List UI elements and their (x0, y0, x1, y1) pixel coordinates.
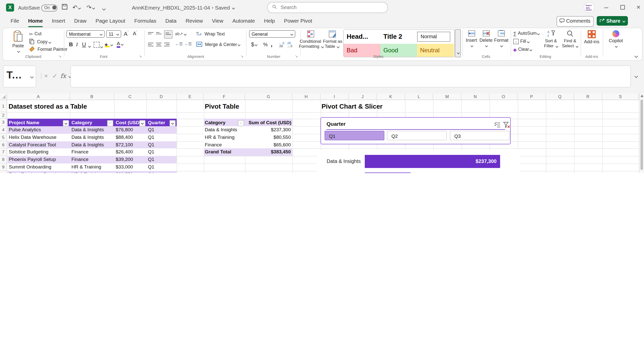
cell[interactable]: Q1 (146, 163, 177, 171)
format-cells-button[interactable]: Format (494, 30, 508, 48)
add-ins-button[interactable]: Add-ins (583, 30, 601, 44)
pivot-row[interactable]: Data & Insights$237,300 (204, 126, 292, 134)
column-header-H[interactable]: H (292, 94, 320, 100)
cell[interactable]: $39,200 (114, 156, 146, 163)
cell[interactable]: Summit Onboarding (7, 163, 70, 171)
pivot-grand-total-row[interactable]: Grand Total$383,450 (204, 149, 292, 156)
share-button[interactable]: Share (597, 16, 628, 26)
quick-access-overflow-icon[interactable] (102, 5, 105, 12)
cell[interactable]: $33,000 (114, 163, 146, 171)
align-left-icon[interactable] (148, 42, 153, 47)
sheet-grid[interactable]: ABCDEFGHIJKLMNOPQRS 12345678910111213141… (0, 94, 639, 173)
cell[interactable]: Finance (70, 156, 114, 163)
row-header-1[interactable]: 1 (0, 100, 7, 112)
vertical-scrollbar[interactable] (639, 94, 644, 173)
italic-button[interactable]: I (76, 41, 78, 47)
cell[interactable]: Catalyst Forecast Tool (7, 141, 70, 149)
slicer-button-q3[interactable]: Q3 (450, 131, 510, 140)
merge-center-button[interactable]: Merge & Center (196, 42, 240, 48)
cell[interactable]: Echo Employee Portal (7, 171, 70, 173)
column-header-B[interactable]: B (70, 94, 114, 100)
pivot-row[interactable]: HR & Training$80,550 (204, 134, 292, 141)
cell[interactable]: HR & Training (70, 171, 114, 173)
table-row[interactable]: Summit OnboardingHR & Training$33,000Q1 (7, 163, 177, 171)
redo-button[interactable]: ↷ (87, 4, 95, 11)
styles-gallery-scroll[interactable] (455, 29, 461, 57)
autosum-button[interactable]: ∑AutoSum (513, 31, 540, 36)
row-header-9[interactable]: 9 (0, 163, 7, 171)
table-row[interactable]: Catalyst Forecast ToolData & Insights$72… (7, 141, 177, 149)
pivot-header-category[interactable]: Category↓ (204, 119, 245, 126)
cell-i1-title[interactable]: Pivot Chart & Slicer (321, 103, 383, 110)
paste-button[interactable]: Paste (11, 30, 25, 53)
wrap-text-button[interactable]: ab Wrap Text (196, 31, 225, 37)
cell-style-title[interactable]: Title 2 (380, 30, 417, 43)
cut-button[interactable]: ✂Cut (29, 31, 42, 36)
cell[interactable]: Data & Insights (70, 134, 114, 141)
formula-input[interactable] (70, 65, 631, 88)
cell[interactable]: Finance (70, 149, 114, 156)
cell[interactable]: $88,400 (114, 134, 146, 141)
column-header-I[interactable]: I (320, 94, 349, 100)
ribbon-tab-page-layout[interactable]: Page Layout (91, 15, 130, 28)
number-dialog-launcher[interactable]: ↘ (295, 54, 298, 58)
delete-cells-button[interactable]: Delete (479, 30, 493, 48)
ribbon-tab-file[interactable]: File (6, 15, 24, 28)
increase-indent-icon[interactable]: →☰ (184, 42, 192, 46)
increase-font-icon[interactable]: Aˆ (124, 31, 129, 37)
name-box-chevron-icon[interactable] (30, 75, 34, 78)
pivot-header-sum[interactable]: Sum of Cost (USD) (245, 119, 292, 126)
clear-button[interactable]: ◆Clear (513, 47, 532, 52)
cell-a1-title[interactable]: Dataset stored as a Table (9, 103, 87, 110)
slicer-button-q1[interactable]: Q1 (325, 131, 384, 140)
cell[interactable]: Q1 (146, 134, 177, 141)
underline-menu-icon[interactable] (88, 43, 91, 48)
fill-color-button[interactable]: ◆ (105, 42, 113, 47)
account-avatar[interactable]: depict data studio (584, 2, 595, 13)
column-header-D[interactable]: D (146, 94, 177, 100)
column-header-L[interactable]: L (405, 94, 433, 100)
clipboard-dialog-launcher[interactable]: ↘ (58, 54, 61, 58)
column-header-N[interactable]: N (461, 94, 490, 100)
middle-align-icon[interactable] (156, 31, 162, 37)
cell[interactable]: Data & Insights (70, 126, 114, 134)
cell[interactable]: Q1 (146, 126, 177, 134)
table-header-cost-usd-[interactable]: Cost (USD) (114, 119, 146, 126)
ribbon-tab-insert[interactable]: Insert (47, 15, 70, 28)
decrease-decimal-icon[interactable]: .00→.0 (287, 42, 292, 48)
row-header-4[interactable]: 4 (0, 126, 7, 134)
undo-button[interactable]: ↶ (72, 4, 80, 11)
cell[interactable]: Q1 (146, 141, 177, 149)
pivot-sort-icon[interactable]: ↓ (238, 120, 244, 126)
cell-style-normal[interactable]: Normal (417, 32, 450, 42)
row-header-5[interactable]: 5 (0, 134, 7, 141)
table-header-project-name[interactable]: Project Name (7, 119, 70, 126)
formula-bar-grip-icon[interactable]: ⋮ (38, 65, 44, 86)
cell[interactable]: Q1 (146, 149, 177, 156)
currency-format-button[interactable]: $ (251, 41, 257, 47)
vertical-scroll-thumb[interactable] (640, 100, 643, 170)
insert-cells-button[interactable]: Insert (465, 30, 478, 48)
chart-bar-hr-training[interactable]: $80,550 (365, 172, 411, 173)
find-select-button[interactable]: Find &Select (561, 30, 579, 48)
row-header-6[interactable]: 6 (0, 141, 7, 149)
decrease-indent-icon[interactable]: ←☰ (175, 42, 183, 46)
align-center-icon[interactable] (156, 42, 162, 47)
table-row[interactable]: Solstice BudgetingFinance$26,400Q1 (7, 149, 177, 157)
close-button[interactable]: ✕ (635, 5, 642, 10)
column-header-K[interactable]: K (377, 94, 405, 100)
cell[interactable]: Q1 (146, 171, 177, 173)
top-align-icon[interactable] (148, 31, 153, 37)
cell[interactable]: Solstice Budgeting (7, 149, 70, 156)
cell-style-neutral[interactable]: Neutral (417, 44, 454, 57)
excel-logo-icon[interactable]: X (6, 4, 14, 12)
ribbon-tab-draw[interactable]: Draw (70, 15, 91, 28)
column-header-J[interactable]: J (349, 94, 377, 100)
orientation-icon[interactable]: ab↗ (175, 31, 186, 36)
autosave-toggle[interactable]: On (41, 5, 57, 12)
column-header-O[interactable]: O (490, 94, 518, 100)
percent-format-button[interactable]: % (263, 42, 268, 47)
cell[interactable]: $72,100 (114, 141, 146, 149)
font-size-select[interactable]: 11 (106, 30, 121, 38)
cell[interactable]: $26,400 (114, 149, 146, 156)
